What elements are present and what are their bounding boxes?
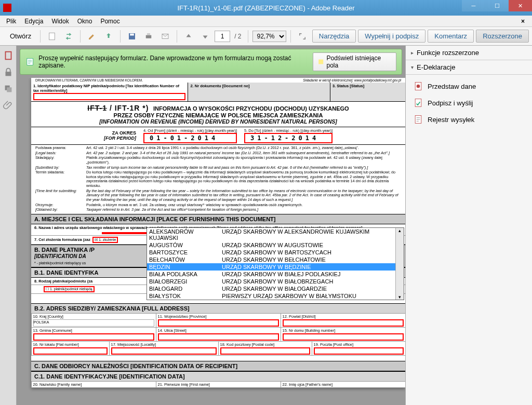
document-icon	[413, 81, 423, 91]
dropdown-option[interactable]: BIAŁYSTOKPIERWSZY URZĄD SKARBOWY W BIAŁY…	[147, 292, 404, 300]
print-button[interactable]	[141, 29, 156, 44]
rp-section-edeklaracje[interactable]: ▾ E-Deklaracje	[406, 60, 532, 75]
window-controls: ─ ☐ ✕	[462, 0, 532, 11]
dropdown-option[interactable]: BĘDZINURZĄD SKARBOWY W BĘDZINIE	[147, 263, 404, 271]
edit-button[interactable]	[85, 29, 99, 44]
page-up-button[interactable]	[181, 29, 196, 44]
separator	[177, 30, 177, 43]
f12-label: 12. Powiat [District]	[283, 314, 316, 319]
rp-sec1-label: Funkcje rozszerzone	[417, 49, 479, 57]
page-number-input[interactable]	[215, 31, 230, 42]
separator	[290, 30, 291, 43]
f14-label: 14. Ulica [Street]	[158, 328, 187, 333]
page-icon	[47, 32, 57, 41]
printer-icon	[144, 32, 153, 41]
f14-input[interactable]	[158, 333, 279, 341]
zoom-select[interactable]: 92,7%	[252, 31, 286, 42]
f19-input[interactable]	[314, 347, 404, 355]
save-button[interactable]	[125, 29, 139, 44]
read-mode-button[interactable]	[295, 29, 310, 44]
f16-input[interactable]	[33, 347, 108, 355]
menu-file[interactable]: Plik	[2, 17, 20, 26]
minimize-button[interactable]: ─	[462, 0, 485, 11]
date-from-input[interactable]: 01-01-2014	[143, 133, 237, 143]
dropdown-scrollbar[interactable]: ▴▾	[395, 228, 404, 300]
svg-rect-11	[318, 60, 323, 64]
dropdown-option[interactable]: BEŁCHATÓWURZĄD SKARBOWY W BEŁCHATOWIE	[147, 256, 404, 263]
export-button[interactable]	[101, 29, 116, 44]
section-c-header: C. DANE ODBIORCY NALEŻNOŚCI [IDENTIFICAT…	[31, 361, 405, 371]
do-label: 5. Do [To] (dzień - miesiąc - rok) [(day…	[244, 128, 332, 133]
thumbnail-panel-button[interactable]	[3, 50, 14, 61]
tools-button[interactable]: Narzędzia	[312, 30, 356, 43]
arrow-up-icon	[184, 32, 193, 41]
dropdown-option[interactable]: BIAŁOGARDURZĄD SKARBOWY W BIAŁOGARDZIE	[147, 285, 404, 292]
rp-item-present-data[interactable]: Przedstaw dane	[406, 78, 532, 95]
address-grid-2: 16. Nr lokalu [Flat number] 17. Miejscow…	[31, 342, 405, 356]
rp-section-extended[interactable]: ▸ Funkcje rozszerzone	[406, 46, 532, 60]
menu-window[interactable]: Okno	[73, 17, 97, 26]
f19-label: 19. Poczta [Post office]	[314, 342, 354, 347]
rp-item-label: Przedstaw dane	[428, 83, 476, 90]
field3-label: 3. Status [Status]	[332, 84, 364, 88]
f10-input[interactable]: POLSKA	[33, 319, 154, 327]
code-strike: IFT-1	[87, 104, 107, 112]
close-button[interactable]: ✕	[509, 0, 532, 11]
f12-input[interactable]	[283, 319, 404, 327]
section-b2-header: B.2. ADRES SIEDZIBY/ ZAMIESZKANIA [FULL …	[31, 303, 405, 314]
date-to-input[interactable]: 31-12-2014	[244, 133, 332, 143]
highlight-fields-button[interactable]: Podświetl istniejące pola	[313, 52, 396, 71]
menu-edit[interactable]: Edycja	[20, 17, 47, 26]
menu-help[interactable]: Pomoc	[96, 17, 124, 26]
dropdown-option[interactable]: BIAŁOBRZEGIURZĄD SKARBOWY W BIAŁOBRZEGAC…	[147, 278, 404, 285]
f20-label: 20. Nazwisko [Family name]	[33, 382, 82, 387]
arrow-down-icon	[201, 32, 210, 41]
svg-rect-2	[130, 33, 134, 35]
close-document-button[interactable]: ×	[517, 17, 529, 26]
field1-input[interactable]	[33, 93, 185, 100]
email-button[interactable]	[158, 29, 172, 44]
f13-input[interactable]	[33, 333, 154, 341]
f11-label: 11. Województwo [Province]	[158, 314, 207, 319]
extended-button[interactable]: Rozszerzone	[476, 30, 529, 43]
rp-item-registry[interactable]: Rejestr wysyłek	[406, 111, 532, 128]
f18-input[interactable]	[220, 347, 310, 355]
left-sidebar	[0, 46, 17, 405]
dropdown-option[interactable]: AUGUSTÓWURZĄD SKARBOWY W AUGUSTOWIE	[147, 241, 404, 249]
maximize-button[interactable]: ☐	[485, 0, 509, 11]
dropdown-option[interactable]: ALEKSANDRÓW KUJAWSKIURZĄD SKARBOWY W ALE…	[147, 228, 404, 241]
legal-row: Podstawa prawna:Art. 42 ust. 2 pkt 2 i u…	[35, 146, 401, 151]
field7-checkbox[interactable]: ☒ 1. złożenie	[92, 237, 118, 243]
rp-item-sign-send[interactable]: Podpisz i wyślij	[406, 95, 532, 111]
attachments-panel-button[interactable]	[3, 100, 14, 111]
f17-input[interactable]	[111, 347, 217, 355]
convert-button[interactable]	[61, 29, 76, 44]
header-row: 1. Identyfikator podatkowy NIP płatnika/…	[31, 83, 405, 102]
svg-rect-7	[5, 72, 11, 76]
f11-input[interactable]	[158, 319, 279, 327]
open-button[interactable]: Otwórz	[3, 31, 36, 42]
layers-panel-button[interactable]	[3, 83, 14, 95]
chevron-down-icon: ▾	[411, 64, 414, 70]
dropdown-option[interactable]: BIAŁA PODLASKAURZĄD SKARBOWY W BIAŁEJ PO…	[147, 271, 404, 278]
comment-button[interactable]: Komentarz	[428, 30, 474, 43]
f15-input[interactable]	[283, 333, 404, 341]
f10-label: 10. Kraj [Country]	[33, 314, 63, 319]
sign-icon	[413, 98, 423, 108]
svg-rect-4	[147, 33, 150, 35]
paperclip-icon	[3, 100, 14, 111]
dropdown-option[interactable]: BARTOSZYCEURZĄD SKARBOWY W BARTOSZYCACH	[147, 249, 404, 256]
rp-items: Przedstaw dane Podpisz i wyślij Rejestr …	[406, 75, 532, 131]
fill-sign-button[interactable]: Wypełnij i podpisz	[358, 30, 425, 43]
svg-rect-3	[146, 35, 152, 38]
right-toolbar: Narzędzia Wypełnij i podpisz Komentarz R…	[312, 30, 529, 43]
field8-label: 8. Rodzaj płatnika/podmiotu (za	[34, 279, 92, 284]
create-pdf-button[interactable]	[45, 29, 59, 44]
page-down-button[interactable]	[198, 29, 212, 44]
secure-panel-button[interactable]	[3, 66, 14, 78]
field8-checkbox[interactable]: ☐ 1. płatnik/podmiot niebędą	[44, 286, 95, 292]
menu-view[interactable]: Widok	[47, 17, 73, 26]
tax-office-dropdown-list[interactable]: ALEKSANDRÓW KUJAWSKIURZĄD SKARBOWY W ALE…	[147, 227, 404, 300]
page-icon	[3, 50, 14, 61]
form-title-block: IFT-1 / IFT-1R *) INFORMACJA O WYSOKOŚCI…	[31, 102, 405, 127]
